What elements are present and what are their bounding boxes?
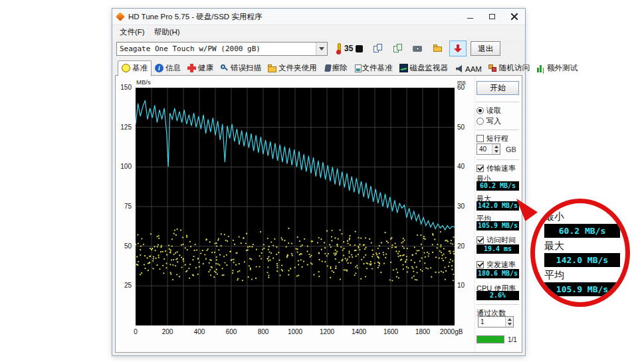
progress-bar <box>477 335 504 343</box>
short-stroke-checkbox[interactable]: 短行程 <box>477 134 519 143</box>
separator <box>477 102 519 102</box>
pass-count-value: 1 <box>480 318 484 325</box>
callout-max-label: 最大 <box>544 240 621 252</box>
folder-icon <box>268 66 276 72</box>
access-time-lcd: 19.4 ms <box>477 244 519 254</box>
callout-min-lcd: 60.2 MB/s <box>544 224 620 238</box>
progress-fill <box>477 336 504 343</box>
short-stroke-unit: GB <box>506 145 516 153</box>
menu-help[interactable]: 帮助(H) <box>150 26 185 39</box>
dropdown-arrow-icon <box>316 43 327 55</box>
separator <box>477 130 519 130</box>
tabstrip: 基准 信息 健康 错误扫描 文件夹使用 擦除 文件基准 磁盘监视器 AAM 随机… <box>112 58 525 76</box>
copy-image-icon <box>393 44 403 53</box>
read-radio[interactable]: 读取 <box>477 106 519 115</box>
window-title: HD Tune Pro 5.75 - 硬盘/SSD 实用程序 <box>128 12 459 22</box>
checkbox-icon <box>477 236 484 244</box>
burst-rate-checkbox[interactable]: 突发速率 <box>477 260 519 269</box>
tab-health[interactable]: 健康 <box>184 61 217 76</box>
window-controls <box>459 9 525 25</box>
checkbox-icon <box>477 261 484 268</box>
copy-image-button[interactable] <box>389 41 407 56</box>
tab-extra-tests[interactable]: 额外测试 <box>533 61 581 76</box>
cpu-usage-lcd: 2.6% <box>477 291 519 300</box>
tab-error-scan[interactable]: 错误扫描 <box>217 61 265 76</box>
short-stroke-stepper[interactable]: 40 <box>477 143 500 155</box>
tab-aam[interactable]: AAM <box>451 62 485 76</box>
stepper-arrows[interactable] <box>492 144 500 154</box>
chevron-down-icon[interactable] <box>492 149 500 155</box>
temperature-value: 35 <box>344 44 353 53</box>
extra-tests-icon <box>536 64 545 72</box>
exit-button[interactable]: 退出 <box>471 41 500 56</box>
chevron-up-icon[interactable] <box>506 317 513 322</box>
tab-disk-monitor[interactable]: 磁盘监视器 <box>396 61 452 76</box>
tab-label: 擦除 <box>332 63 348 73</box>
maximize-icon <box>489 14 495 19</box>
x-axis: 0200400600800100012001400160018002000gB <box>136 328 455 337</box>
callout-avg-label: 平均 <box>544 269 621 282</box>
access-time-checkbox[interactable]: 访问时间 <box>477 236 519 244</box>
save-button[interactable] <box>429 41 447 56</box>
y-left-unit: MB/s <box>136 78 151 86</box>
tab-benchmark[interactable]: 基准 <box>118 60 152 76</box>
start-button[interactable]: 开始 <box>477 81 519 95</box>
transfer-rate-label: 传输速率 <box>486 163 516 173</box>
read-label: 读取 <box>486 106 501 116</box>
access-time-label: 访问时间 <box>486 235 516 245</box>
avg-lcd: 105.9 MB/s <box>477 221 519 230</box>
tab-label: 信息 <box>165 63 181 73</box>
stepper-arrows[interactable] <box>505 317 513 327</box>
transfer-rate-checkbox[interactable]: 传输速率 <box>477 164 519 173</box>
magnifier-icon <box>220 64 229 72</box>
tab-file-benchmark[interactable]: 文件基准 <box>351 61 396 76</box>
toolbar: Seagate One Touch w/PW (2000 gB) 35 退出 <box>112 39 525 58</box>
minimize-icon <box>467 18 473 19</box>
menu-file[interactable]: 文件(F) <box>115 26 150 39</box>
separator <box>477 304 519 305</box>
progress-text: 1/1 <box>508 336 517 343</box>
eraser-icon <box>324 64 332 72</box>
tab-folder-usage[interactable]: 文件夹使用 <box>265 61 320 76</box>
titlebar: HD Tune Pro 5.75 - 硬盘/SSD 实用程序 <box>112 9 525 25</box>
tab-label: 随机访问 <box>499 63 530 73</box>
chevron-up-icon[interactable] <box>492 144 500 149</box>
maximize-button[interactable] <box>481 9 503 25</box>
menubar: 文件(F) 帮助(H) <box>112 25 525 39</box>
tab-label: AAM <box>465 65 482 73</box>
minimize-button[interactable] <box>459 9 481 25</box>
max-lcd: 142.0 MB/s <box>477 201 519 211</box>
pass-count-stepper[interactable]: 1 <box>478 316 514 327</box>
file-benchmark-icon <box>355 64 362 72</box>
drive-select[interactable]: Seagate One Touch w/PW (2000 gB) <box>116 42 328 56</box>
tab-info[interactable]: 信息 <box>152 61 184 76</box>
radio-icon <box>477 118 484 125</box>
write-radio[interactable]: 写入 <box>477 117 519 126</box>
progress-row: 1/1 <box>477 335 519 343</box>
chevron-down-icon[interactable] <box>506 322 513 327</box>
min-lcd: 60.2 MB/s <box>477 181 519 191</box>
burst-rate-lcd: 180.6 MB/s <box>477 269 519 278</box>
checkbox-icon <box>477 165 484 172</box>
checkbox-icon <box>477 135 484 142</box>
capture-button[interactable] <box>449 41 467 56</box>
drive-select-value: Seagate One Touch w/PW (2000 gB) <box>117 45 316 53</box>
short-stroke-value: 40 <box>479 145 486 153</box>
radio-icon <box>477 107 484 114</box>
copy-text-button[interactable] <box>370 41 387 56</box>
short-stroke-row: 40 GB <box>477 145 519 153</box>
tab-label: 文件基准 <box>362 63 393 73</box>
tab-label: 基准 <box>132 63 148 73</box>
copy-icon <box>373 44 383 53</box>
red-down-arrow-icon <box>453 44 463 53</box>
tab-erase[interactable]: 擦除 <box>320 61 351 76</box>
temperature-unit-badge <box>356 45 363 52</box>
thermometer-icon <box>336 43 342 54</box>
screenshot-button[interactable] <box>409 41 427 56</box>
tab-label: 文件夹使用 <box>278 63 317 73</box>
app-icon <box>116 12 125 21</box>
close-button[interactable] <box>503 9 525 25</box>
benchmark-chart <box>136 88 455 325</box>
lightbulb-icon <box>122 64 130 72</box>
tab-random-access[interactable]: 随机访问 <box>485 61 533 76</box>
